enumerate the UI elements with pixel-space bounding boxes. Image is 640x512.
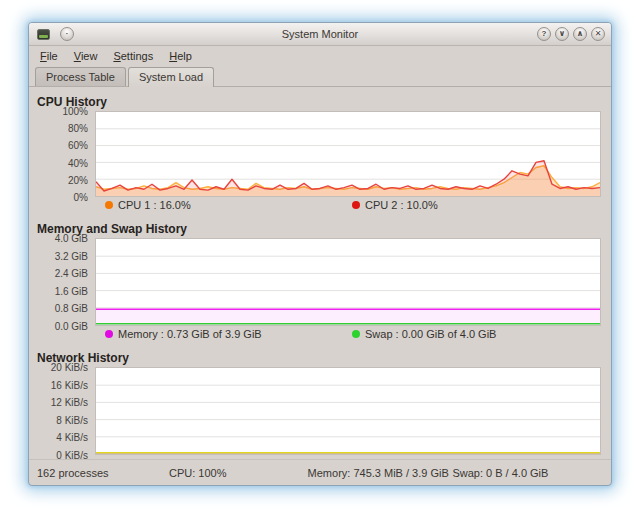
status-cpu: CPU: 100% bbox=[169, 467, 226, 479]
cpu2-dot-icon bbox=[352, 201, 360, 209]
memory-y-axis: 4.0 GiB 3.2 GiB 2.4 GiB 1.6 GiB 0.8 GiB … bbox=[37, 238, 95, 326]
tab-process-table[interactable]: Process Table bbox=[35, 67, 126, 86]
network-y-axis: 20 KiB/s 16 KiB/s 12 KiB/s 8 KiB/s 4 KiB… bbox=[37, 367, 95, 455]
menu-settings[interactable]: Settings bbox=[106, 48, 160, 64]
section-title-cpu: CPU History bbox=[37, 96, 601, 109]
close-button[interactable]: ✕ bbox=[591, 27, 605, 41]
network-history-section: Network History 20 KiB/s 16 KiB/s 12 KiB… bbox=[37, 352, 601, 459]
window-title: System Monitor bbox=[29, 28, 611, 40]
menu-view[interactable]: View bbox=[67, 48, 105, 64]
menu-help[interactable]: Help bbox=[162, 48, 199, 64]
memory-dot-icon bbox=[105, 330, 113, 338]
shade-button[interactable]: ∨ bbox=[555, 27, 569, 41]
memory-chart bbox=[95, 238, 601, 326]
cpu-history-section: CPU History 100% 80% 60% 40% 20% 0% CPU … bbox=[37, 96, 601, 215]
menu-file[interactable]: File bbox=[33, 48, 65, 64]
section-title-memory: Memory and Swap History bbox=[37, 223, 601, 236]
statusbar: 162 processes CPU: 100% Memory: 745.3 Mi… bbox=[29, 459, 611, 485]
legend-memory: Memory : 0.73 GiB of 3.9 GiB bbox=[105, 328, 262, 340]
titlebar: · System Monitor ? ∨ ∧ ✕ bbox=[29, 23, 611, 46]
legend-cpu1: CPU 1 : 16.0% bbox=[105, 199, 191, 211]
cpu-chart bbox=[95, 111, 601, 197]
cpu1-dot-icon bbox=[105, 201, 113, 209]
status-process-count: 162 processes bbox=[37, 467, 109, 479]
status-memory: Memory: 745.3 MiB / 3.9 GiB bbox=[308, 467, 449, 479]
legend-cpu2: CPU 2 : 10.0% bbox=[352, 199, 438, 211]
status-swap: Swap: 0 B / 4.0 GiB bbox=[452, 467, 548, 479]
memory-swap-section: Memory and Swap History 4.0 GiB 3.2 GiB … bbox=[37, 223, 601, 344]
memory-legend: Memory : 0.73 GiB of 3.9 GiB Swap : 0.00… bbox=[103, 328, 601, 344]
system-load-panel: CPU History 100% 80% 60% 40% 20% 0% CPU … bbox=[29, 89, 611, 459]
cpu-y-axis: 100% 80% 60% 40% 20% 0% bbox=[37, 111, 95, 197]
tab-system-load[interactable]: System Load bbox=[128, 67, 214, 87]
pin-button[interactable]: · bbox=[60, 27, 74, 41]
app-icon bbox=[37, 29, 50, 40]
network-chart bbox=[95, 367, 601, 455]
cpu-legend: CPU 1 : 16.0% CPU 2 : 10.0% bbox=[103, 199, 601, 215]
maximize-button[interactable]: ∧ bbox=[573, 27, 587, 41]
legend-swap: Swap : 0.00 GiB of 4.0 GiB bbox=[352, 328, 496, 340]
help-button[interactable]: ? bbox=[537, 27, 551, 41]
system-monitor-window: · System Monitor ? ∨ ∧ ✕ File View Setti… bbox=[28, 22, 612, 486]
section-title-network: Network History bbox=[37, 352, 601, 365]
swap-dot-icon bbox=[352, 330, 360, 338]
menubar: File View Settings Help bbox=[29, 46, 611, 66]
tabbar: Process Table System Load bbox=[29, 66, 611, 87]
